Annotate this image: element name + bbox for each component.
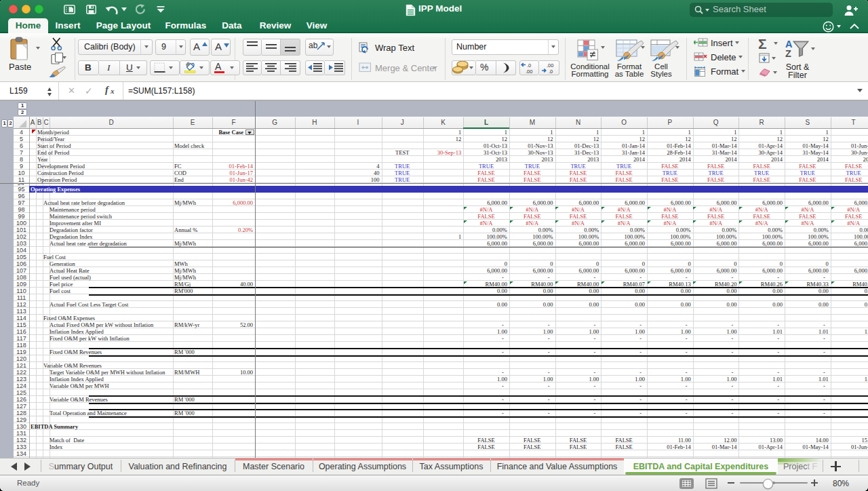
svg-text:.00: .00 xyxy=(526,68,532,75)
svg-text:.0: .0 xyxy=(549,68,553,75)
